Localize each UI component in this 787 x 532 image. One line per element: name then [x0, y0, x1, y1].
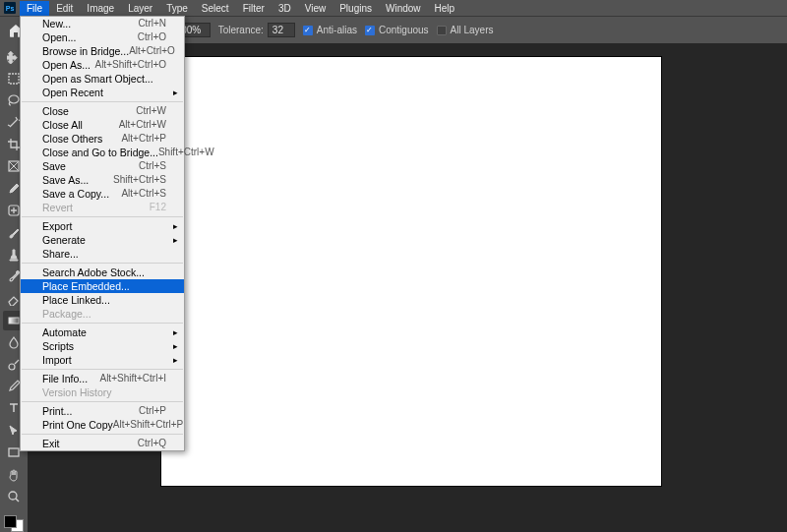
menu-item-label: Exit [42, 438, 60, 449]
menubar-edit[interactable]: Edit [49, 1, 80, 16]
menu-new[interactable]: New...Ctrl+N [21, 17, 184, 30]
blur-icon [7, 335, 21, 349]
menu-item-label: Save [42, 160, 66, 172]
menu-open-as-smart-object[interactable]: Open as Smart Object... [21, 72, 184, 86]
crop-icon [7, 138, 21, 151]
pen-icon [7, 380, 21, 393]
menu-separator [22, 263, 183, 264]
menu-item-shortcut: Ctrl+O [138, 31, 166, 43]
menu-file-info[interactable]: File Info...Alt+Shift+Ctrl+I [21, 372, 184, 385]
menubar-image[interactable]: Image [80, 1, 121, 16]
menubar-layer[interactable]: Layer [121, 1, 159, 16]
menu-item-shortcut: Alt+Shift+Ctrl+O [94, 59, 166, 71]
menu-item-label: Search Adobe Stock... [42, 266, 145, 278]
path-select-icon [7, 424, 21, 438]
menubar-help[interactable]: Help [428, 1, 462, 16]
menu-item-shortcut: Alt+Shift+Ctrl+P [113, 419, 183, 431]
app-icon: Ps [4, 2, 16, 14]
dodge-icon [7, 358, 21, 372]
menu-generate[interactable]: Generate [21, 233, 184, 247]
menu-close-all[interactable]: Close AllAlt+Ctrl+W [21, 118, 184, 132]
menubar-view[interactable]: View [298, 1, 333, 16]
move-icon [7, 50, 21, 64]
menubar-filter[interactable]: Filter [236, 1, 272, 16]
fg-swatch[interactable] [4, 515, 17, 528]
menubar-3d[interactable]: 3D [272, 1, 298, 16]
menu-item-label: Open as Smart Object... [42, 73, 153, 85]
menu-item-label: New... [42, 18, 71, 30]
menu-item-label: Package... [42, 308, 91, 320]
tolerance-input[interactable] [268, 23, 295, 37]
heal-icon [7, 204, 21, 217]
menu-separator [22, 323, 183, 324]
menu-separator [22, 434, 183, 435]
menu-print[interactable]: Print...Ctrl+P [21, 404, 184, 418]
menu-item-label: Revert [42, 202, 73, 213]
menu-save-a-copy[interactable]: Save a Copy...Alt+Ctrl+S [21, 187, 184, 201]
menu-open-as[interactable]: Open As...Alt+Shift+Ctrl+O [21, 58, 184, 72]
menu-place-embedded[interactable]: Place Embedded... [21, 279, 184, 293]
menu-export[interactable]: Export [21, 219, 184, 233]
menu-item-label: Import [42, 354, 72, 366]
type-icon [7, 401, 21, 415]
menu-browse-in-bridge[interactable]: Browse in Bridge...Alt+Ctrl+O [21, 44, 184, 58]
menu-close[interactable]: CloseCtrl+W [21, 104, 184, 118]
menubar-plugins[interactable]: Plugins [333, 1, 379, 16]
menu-separator [22, 369, 183, 370]
menu-automate[interactable]: Automate [21, 325, 184, 339]
menu-revert: RevertF12 [21, 201, 184, 214]
canvas[interactable] [161, 57, 661, 486]
menu-exit[interactable]: ExitCtrl+Q [21, 437, 184, 450]
rectangle-icon [7, 445, 21, 459]
svg-rect-4 [9, 318, 19, 324]
menu-share[interactable]: Share... [21, 247, 184, 261]
menubar-file[interactable]: File [20, 1, 49, 16]
lasso-icon [7, 93, 21, 107]
color-swatches[interactable] [4, 515, 24, 532]
menubar-select[interactable]: Select [195, 1, 236, 16]
menu-open-recent[interactable]: Open Recent [21, 86, 184, 99]
menu-item-shortcut: Alt+Shift+Ctrl+I [99, 373, 166, 384]
stamp-icon [7, 248, 21, 262]
frame-icon [7, 159, 21, 173]
tolerance-label: Tolerance: [218, 25, 264, 35]
check-icon: ✓ [303, 26, 313, 35]
menu-item-label: Open... [42, 31, 76, 43]
wand-icon [7, 116, 21, 130]
antialias-checkbox[interactable]: ✓ Anti-alias [303, 25, 357, 35]
svg-rect-6 [9, 448, 19, 456]
menu-separator [22, 101, 183, 102]
menu-save[interactable]: SaveCtrl+S [21, 159, 184, 173]
menu-item-label: Generate [42, 234, 86, 246]
svg-point-5 [9, 364, 15, 370]
menubar-window[interactable]: Window [379, 1, 428, 16]
menu-place-linked[interactable]: Place Linked... [21, 293, 184, 307]
svg-rect-0 [9, 74, 19, 84]
menu-import[interactable]: Import [21, 353, 184, 367]
menu-print-one-copy[interactable]: Print One CopyAlt+Shift+Ctrl+P [21, 418, 184, 432]
menubar-type[interactable]: Type [159, 1, 195, 16]
menu-save-as[interactable]: Save As...Shift+Ctrl+S [21, 173, 184, 187]
menu-scripts[interactable]: Scripts [21, 339, 184, 353]
menu-package: Package... [21, 307, 184, 321]
menu-close-and-go-to-bridge[interactable]: Close and Go to Bridge...Shift+Ctrl+W [21, 146, 184, 159]
menu-item-label: Close All [42, 119, 83, 131]
menu-open[interactable]: Open...Ctrl+O [21, 30, 184, 44]
tool-zoom[interactable] [3, 487, 25, 505]
check-icon [437, 26, 447, 35]
menu-item-shortcut: Alt+Ctrl+P [121, 133, 166, 145]
menu-item-label: Open As... [42, 59, 91, 71]
menu-item-shortcut: Alt+Ctrl+W [119, 119, 166, 131]
menu-item-label: Share... [42, 248, 79, 260]
menu-search-adobe-stock[interactable]: Search Adobe Stock... [21, 266, 184, 279]
menu-item-label: Browse in Bridge... [42, 45, 129, 57]
menu-close-others[interactable]: Close OthersAlt+Ctrl+P [21, 132, 184, 146]
tool-hand[interactable] [3, 465, 25, 484]
menu-item-shortcut: F12 [150, 202, 166, 213]
menu-item-shortcut: Alt+Ctrl+O [129, 45, 175, 57]
hand-icon [7, 468, 21, 482]
contiguous-checkbox[interactable]: ✓ Contiguous [365, 25, 429, 35]
menu-item-shortcut: Ctrl+W [136, 105, 166, 117]
menu-item-shortcut: Ctrl+P [139, 405, 166, 417]
alllayers-checkbox[interactable]: All Layers [437, 25, 494, 35]
